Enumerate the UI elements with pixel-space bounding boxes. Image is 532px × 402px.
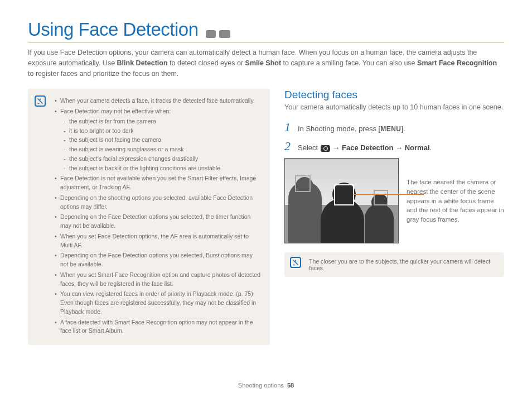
focus-frame-white <box>334 184 354 205</box>
note-item-text: Face Detection may not be effective when… <box>60 108 171 114</box>
note-item: Depending on the shooting options you se… <box>55 194 261 212</box>
tip-text: The closer you are to the subjects, the … <box>309 258 490 271</box>
note-item: Depending on the Face Detection options … <box>55 213 261 231</box>
step-2: 2 Select → Face Detection → Normal. <box>284 139 504 154</box>
section-desc: Your camera automatically detects up to … <box>284 102 504 112</box>
note-item: Face Detection is not available when you… <box>55 174 261 192</box>
page-footer: Shooting options 58 <box>0 382 532 389</box>
step-1: 1 In Shooting mode, press [MENU]. <box>284 120 504 135</box>
scene-mode-icon <box>219 30 230 38</box>
intro-text-3: to capture a smiling face. You can also … <box>281 59 417 67</box>
step-2-arrow-1: → <box>331 143 342 152</box>
intro-paragraph: If you use Face Detection options, your … <box>28 47 504 79</box>
step-2-period: . <box>430 143 432 152</box>
intro-text-2: to detect closed eyes or <box>168 59 245 67</box>
note-subitem: the subject is wearing sunglasses or a m… <box>64 145 261 154</box>
intro-bold-3: Smart Face Recognition <box>417 59 497 67</box>
note-subitem: it is too bright or too dark <box>64 127 261 136</box>
tip-box: The closer you are to the subjects, the … <box>284 252 504 277</box>
note-item: When you set Face Detection options, the… <box>55 232 261 250</box>
figure-callout: The face nearest the camera or nearest t… <box>407 178 504 224</box>
page-title: Using Face Detection <box>28 19 198 40</box>
step-2-face-detection: Face Detection <box>342 143 393 152</box>
focus-frame-gray <box>374 190 388 205</box>
step-1-text-a: In Shooting mode, press [ <box>298 125 380 133</box>
note-icon <box>35 95 46 107</box>
menu-button-label: MENU <box>380 125 401 133</box>
note-item: Depending on the Face Detection options … <box>55 251 261 269</box>
step-2-text-a: Select <box>298 143 320 152</box>
mode-icons <box>205 29 231 38</box>
focus-frame-gray <box>295 175 311 192</box>
intro-bold-1: Blink Detection <box>117 59 168 67</box>
note-item: When you set Smart Face Recognition opti… <box>55 271 261 289</box>
note-icon <box>290 257 301 268</box>
intro-bold-2: Smile Shot <box>245 59 282 67</box>
notes-box: When your camera detects a face, it trac… <box>28 89 270 345</box>
note-subitem: the subject is far from the camera <box>64 117 261 126</box>
note-subitem: the subject is not facing the camera <box>64 136 261 145</box>
title-rule <box>28 42 504 43</box>
note-subitem: the subject is backlit or the lighting c… <box>64 164 261 173</box>
note-item: You can view registered faces in order o… <box>55 290 261 316</box>
example-figure <box>284 158 399 243</box>
note-item: Face Detection may not be effective when… <box>55 107 261 173</box>
step-1-text-b: ]. <box>402 125 405 133</box>
note-item: When your camera detects a face, it trac… <box>55 97 261 106</box>
section-heading: Detecting faces <box>284 89 504 101</box>
footer-page-number: 58 <box>287 382 294 389</box>
footer-section: Shooting options <box>238 382 284 389</box>
callout-leader-line <box>354 194 424 195</box>
step-2-normal: Normal <box>405 143 430 152</box>
step-number: 2 <box>284 139 294 154</box>
note-item: A face detected with Smart Face Recognit… <box>55 318 261 336</box>
step-number: 1 <box>284 120 294 135</box>
camera-mode-icon <box>206 30 216 38</box>
camera-settings-icon <box>321 145 330 152</box>
step-2-arrow-2: → <box>393 143 404 152</box>
note-subitem: the subject's facial expression changes … <box>64 155 261 164</box>
intro-text-4: to register faces and prioritize the foc… <box>28 70 178 78</box>
